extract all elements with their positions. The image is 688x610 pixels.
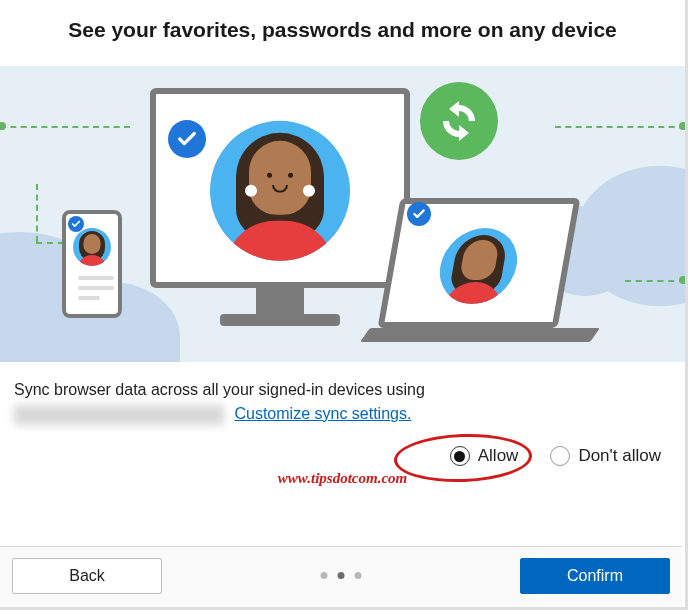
connector-dot — [679, 276, 685, 284]
watermark-text: www.tipsdotcom.com — [0, 470, 685, 487]
connector-dot — [0, 122, 6, 130]
connector-line — [36, 242, 64, 244]
radio-dont-allow-label: Don't allow — [578, 446, 661, 466]
progress-pager — [321, 572, 362, 579]
tablet-base — [360, 328, 600, 342]
radio-allow[interactable]: Allow — [450, 446, 519, 466]
cloud-decoration — [575, 166, 685, 306]
back-button[interactable]: Back — [12, 558, 162, 594]
connector-line — [625, 280, 685, 282]
avatar-large — [210, 121, 350, 261]
monitor-device — [150, 88, 410, 288]
connector-line — [36, 184, 38, 242]
radio-indicator — [450, 446, 470, 466]
connector-line — [0, 126, 130, 128]
monitor-base — [220, 314, 340, 326]
description-text: Sync browser data across all your signed… — [14, 381, 425, 398]
sync-icon — [420, 82, 498, 160]
connector-line — [555, 126, 685, 128]
checkmark-icon — [407, 202, 431, 226]
avatar-medium — [434, 228, 523, 304]
description-block: Sync browser data across all your signed… — [0, 362, 685, 432]
pager-dot-active — [338, 572, 345, 579]
confirm-button[interactable]: Confirm — [520, 558, 670, 594]
monitor-stand — [256, 288, 304, 316]
checkmark-icon — [168, 120, 206, 158]
sync-illustration — [0, 66, 685, 362]
radio-dont-allow[interactable]: Don't allow — [550, 446, 661, 466]
connector-dot — [679, 122, 685, 130]
radio-row: Allow Don't allow — [0, 432, 685, 472]
radio-allow-label: Allow — [478, 446, 519, 466]
pager-dot — [321, 572, 328, 579]
customize-sync-link[interactable]: Customize sync settings. — [234, 405, 411, 422]
footer-bar: Back Confirm — [0, 546, 682, 604]
avatar-small — [73, 228, 111, 266]
page-title: See your favorites, passwords and more o… — [0, 0, 685, 66]
radio-indicator — [550, 446, 570, 466]
redacted-email — [14, 405, 224, 425]
checkmark-icon — [68, 216, 84, 232]
pager-dot — [355, 572, 362, 579]
